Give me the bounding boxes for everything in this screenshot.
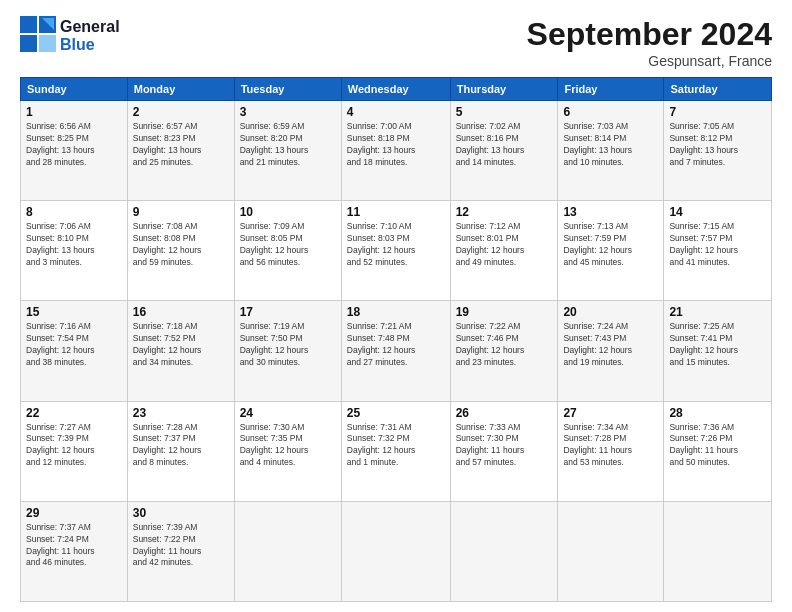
calendar-cell: 21Sunrise: 7:25 AM Sunset: 7:41 PM Dayli… xyxy=(664,301,772,401)
calendar-cell: 2Sunrise: 6:57 AM Sunset: 8:23 PM Daylig… xyxy=(127,101,234,201)
day-info: Sunrise: 7:28 AM Sunset: 7:37 PM Dayligh… xyxy=(133,422,229,470)
calendar-cell xyxy=(341,501,450,601)
day-info: Sunrise: 7:05 AM Sunset: 8:12 PM Dayligh… xyxy=(669,121,766,169)
day-number: 8 xyxy=(26,205,122,219)
day-info: Sunrise: 7:33 AM Sunset: 7:30 PM Dayligh… xyxy=(456,422,553,470)
calendar-cell: 1Sunrise: 6:56 AM Sunset: 8:25 PM Daylig… xyxy=(21,101,128,201)
col-wednesday: Wednesday xyxy=(341,78,450,101)
calendar-cell xyxy=(664,501,772,601)
day-info: Sunrise: 7:31 AM Sunset: 7:32 PM Dayligh… xyxy=(347,422,445,470)
logo-blue: Blue xyxy=(60,36,120,54)
calendar-cell: 4Sunrise: 7:00 AM Sunset: 8:18 PM Daylig… xyxy=(341,101,450,201)
day-number: 4 xyxy=(347,105,445,119)
calendar-cell: 20Sunrise: 7:24 AM Sunset: 7:43 PM Dayli… xyxy=(558,301,664,401)
day-number: 6 xyxy=(563,105,658,119)
day-number: 20 xyxy=(563,305,658,319)
day-number: 23 xyxy=(133,406,229,420)
day-number: 24 xyxy=(240,406,336,420)
calendar-cell: 22Sunrise: 7:27 AM Sunset: 7:39 PM Dayli… xyxy=(21,401,128,501)
day-number: 28 xyxy=(669,406,766,420)
day-number: 12 xyxy=(456,205,553,219)
day-info: Sunrise: 6:56 AM Sunset: 8:25 PM Dayligh… xyxy=(26,121,122,169)
title-block: September 2024 Gespunsart, France xyxy=(527,16,772,69)
calendar-cell: 11Sunrise: 7:10 AM Sunset: 8:03 PM Dayli… xyxy=(341,201,450,301)
calendar-cell: 23Sunrise: 7:28 AM Sunset: 7:37 PM Dayli… xyxy=(127,401,234,501)
calendar-cell: 29Sunrise: 7:37 AM Sunset: 7:24 PM Dayli… xyxy=(21,501,128,601)
calendar-cell xyxy=(450,501,558,601)
day-number: 22 xyxy=(26,406,122,420)
calendar-cell: 5Sunrise: 7:02 AM Sunset: 8:16 PM Daylig… xyxy=(450,101,558,201)
header-row: Sunday Monday Tuesday Wednesday Thursday… xyxy=(21,78,772,101)
col-monday: Monday xyxy=(127,78,234,101)
calendar-cell: 19Sunrise: 7:22 AM Sunset: 7:46 PM Dayli… xyxy=(450,301,558,401)
svg-rect-3 xyxy=(39,35,56,52)
calendar-week-row: 1Sunrise: 6:56 AM Sunset: 8:25 PM Daylig… xyxy=(21,101,772,201)
day-number: 11 xyxy=(347,205,445,219)
day-info: Sunrise: 6:57 AM Sunset: 8:23 PM Dayligh… xyxy=(133,121,229,169)
calendar-body: 1Sunrise: 6:56 AM Sunset: 8:25 PM Daylig… xyxy=(21,101,772,602)
day-info: Sunrise: 7:08 AM Sunset: 8:08 PM Dayligh… xyxy=(133,221,229,269)
calendar-cell: 10Sunrise: 7:09 AM Sunset: 8:05 PM Dayli… xyxy=(234,201,341,301)
header: General Blue September 2024 Gespunsart, … xyxy=(20,16,772,69)
day-info: Sunrise: 7:03 AM Sunset: 8:14 PM Dayligh… xyxy=(563,121,658,169)
day-info: Sunrise: 7:10 AM Sunset: 8:03 PM Dayligh… xyxy=(347,221,445,269)
calendar-cell: 18Sunrise: 7:21 AM Sunset: 7:48 PM Dayli… xyxy=(341,301,450,401)
logo-icon xyxy=(20,16,56,52)
day-info: Sunrise: 7:00 AM Sunset: 8:18 PM Dayligh… xyxy=(347,121,445,169)
calendar-week-row: 22Sunrise: 7:27 AM Sunset: 7:39 PM Dayli… xyxy=(21,401,772,501)
calendar-cell: 17Sunrise: 7:19 AM Sunset: 7:50 PM Dayli… xyxy=(234,301,341,401)
logo-general: General xyxy=(60,18,120,36)
svg-rect-2 xyxy=(20,35,37,52)
calendar-cell: 16Sunrise: 7:18 AM Sunset: 7:52 PM Dayli… xyxy=(127,301,234,401)
day-number: 18 xyxy=(347,305,445,319)
day-number: 5 xyxy=(456,105,553,119)
calendar-cell: 9Sunrise: 7:08 AM Sunset: 8:08 PM Daylig… xyxy=(127,201,234,301)
day-number: 29 xyxy=(26,506,122,520)
day-info: Sunrise: 7:25 AM Sunset: 7:41 PM Dayligh… xyxy=(669,321,766,369)
calendar-week-row: 29Sunrise: 7:37 AM Sunset: 7:24 PM Dayli… xyxy=(21,501,772,601)
col-saturday: Saturday xyxy=(664,78,772,101)
col-sunday: Sunday xyxy=(21,78,128,101)
day-info: Sunrise: 7:22 AM Sunset: 7:46 PM Dayligh… xyxy=(456,321,553,369)
day-number: 26 xyxy=(456,406,553,420)
calendar-table: Sunday Monday Tuesday Wednesday Thursday… xyxy=(20,77,772,602)
day-info: Sunrise: 7:13 AM Sunset: 7:59 PM Dayligh… xyxy=(563,221,658,269)
day-info: Sunrise: 7:21 AM Sunset: 7:48 PM Dayligh… xyxy=(347,321,445,369)
svg-rect-0 xyxy=(20,16,37,33)
day-info: Sunrise: 7:27 AM Sunset: 7:39 PM Dayligh… xyxy=(26,422,122,470)
col-thursday: Thursday xyxy=(450,78,558,101)
day-info: Sunrise: 7:02 AM Sunset: 8:16 PM Dayligh… xyxy=(456,121,553,169)
month-title: September 2024 xyxy=(527,16,772,53)
day-info: Sunrise: 7:12 AM Sunset: 8:01 PM Dayligh… xyxy=(456,221,553,269)
day-info: Sunrise: 7:09 AM Sunset: 8:05 PM Dayligh… xyxy=(240,221,336,269)
location-subtitle: Gespunsart, France xyxy=(527,53,772,69)
calendar-cell: 25Sunrise: 7:31 AM Sunset: 7:32 PM Dayli… xyxy=(341,401,450,501)
calendar-cell: 8Sunrise: 7:06 AM Sunset: 8:10 PM Daylig… xyxy=(21,201,128,301)
calendar-cell: 13Sunrise: 7:13 AM Sunset: 7:59 PM Dayli… xyxy=(558,201,664,301)
col-friday: Friday xyxy=(558,78,664,101)
day-info: Sunrise: 7:39 AM Sunset: 7:22 PM Dayligh… xyxy=(133,522,229,570)
calendar-week-row: 8Sunrise: 7:06 AM Sunset: 8:10 PM Daylig… xyxy=(21,201,772,301)
calendar-cell: 6Sunrise: 7:03 AM Sunset: 8:14 PM Daylig… xyxy=(558,101,664,201)
day-info: Sunrise: 7:30 AM Sunset: 7:35 PM Dayligh… xyxy=(240,422,336,470)
day-number: 7 xyxy=(669,105,766,119)
day-info: Sunrise: 7:36 AM Sunset: 7:26 PM Dayligh… xyxy=(669,422,766,470)
day-number: 17 xyxy=(240,305,336,319)
day-number: 25 xyxy=(347,406,445,420)
day-number: 21 xyxy=(669,305,766,319)
day-number: 19 xyxy=(456,305,553,319)
day-number: 10 xyxy=(240,205,336,219)
calendar-cell: 26Sunrise: 7:33 AM Sunset: 7:30 PM Dayli… xyxy=(450,401,558,501)
day-info: Sunrise: 6:59 AM Sunset: 8:20 PM Dayligh… xyxy=(240,121,336,169)
day-info: Sunrise: 7:18 AM Sunset: 7:52 PM Dayligh… xyxy=(133,321,229,369)
calendar-cell: 30Sunrise: 7:39 AM Sunset: 7:22 PM Dayli… xyxy=(127,501,234,601)
day-number: 30 xyxy=(133,506,229,520)
day-info: Sunrise: 7:19 AM Sunset: 7:50 PM Dayligh… xyxy=(240,321,336,369)
calendar-week-row: 15Sunrise: 7:16 AM Sunset: 7:54 PM Dayli… xyxy=(21,301,772,401)
day-info: Sunrise: 7:24 AM Sunset: 7:43 PM Dayligh… xyxy=(563,321,658,369)
day-number: 2 xyxy=(133,105,229,119)
day-number: 1 xyxy=(26,105,122,119)
col-tuesday: Tuesday xyxy=(234,78,341,101)
calendar-cell: 15Sunrise: 7:16 AM Sunset: 7:54 PM Dayli… xyxy=(21,301,128,401)
day-number: 13 xyxy=(563,205,658,219)
